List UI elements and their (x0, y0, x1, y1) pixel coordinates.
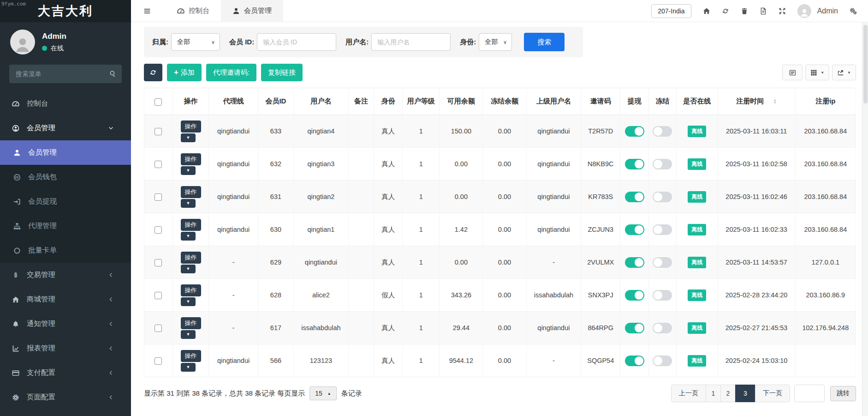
column-header[interactable]: 可用余额 (440, 88, 483, 115)
sidebar-item-member-manage[interactable]: 会员管理 (0, 140, 131, 165)
select-all-checkbox[interactable] (155, 98, 162, 106)
page-button-3[interactable]: 3 (735, 385, 755, 402)
freeze-toggle[interactable] (653, 356, 672, 366)
column-header[interactable]: 提现 (620, 88, 649, 115)
menu-search-input[interactable] (9, 65, 122, 83)
scrollbar-thumb[interactable] (863, 25, 868, 103)
withdraw-toggle[interactable] (625, 323, 644, 333)
withdraw-toggle[interactable] (625, 257, 644, 268)
freeze-toggle[interactable] (653, 224, 672, 235)
row-action-button[interactable]: 操作 (181, 186, 201, 198)
prev-page-button[interactable]: 上一页 (671, 385, 706, 402)
copy-link-button[interactable]: 复制链接 (261, 64, 303, 81)
column-header[interactable]: 代理线 (209, 88, 258, 115)
row-action-caret[interactable]: ▼ (181, 363, 196, 372)
row-action-button[interactable]: 操作 (181, 350, 201, 362)
row-action-button[interactable]: 操作 (181, 317, 201, 329)
home-icon[interactable] (703, 7, 710, 15)
sidebar-item-member-manage-group[interactable]: 会员管理 (0, 116, 131, 140)
member-id-input[interactable] (257, 33, 336, 51)
tab-member-manage[interactable]: 会员管理 (221, 0, 283, 22)
scrollbar[interactable] (862, 22, 868, 416)
row-action-caret[interactable]: ▼ (181, 199, 196, 208)
column-header[interactable]: 操作 (172, 88, 209, 115)
owner-select[interactable]: 全部 ∨ (171, 33, 220, 51)
row-checkbox[interactable] (155, 128, 162, 135)
row-checkbox[interactable] (155, 161, 162, 168)
export-button[interactable]: ▼ (832, 65, 856, 80)
refresh-table-button[interactable] (144, 64, 162, 81)
withdraw-toggle[interactable] (625, 159, 644, 169)
freeze-toggle[interactable] (653, 257, 672, 268)
row-action-button[interactable]: 操作 (181, 121, 201, 133)
row-action-caret[interactable]: ▼ (181, 166, 196, 175)
withdraw-toggle[interactable] (625, 192, 644, 202)
detail-view-button[interactable] (782, 65, 803, 80)
freeze-toggle[interactable] (653, 159, 672, 169)
sidebar-item-payment-config[interactable]: 支付配置 (0, 361, 131, 385)
column-header[interactable]: 用户名 (294, 88, 349, 115)
freeze-toggle[interactable] (653, 290, 672, 301)
next-page-button[interactable]: 下一页 (755, 385, 790, 402)
search-button[interactable]: 搜索 (524, 33, 565, 51)
refresh-icon[interactable] (722, 7, 729, 15)
sidebar-item-trade-manage[interactable]: 交易管理 (0, 263, 131, 287)
column-header[interactable]: 注册ip (795, 88, 856, 115)
withdraw-toggle[interactable] (625, 290, 644, 301)
sidebar-item-agent-manage[interactable]: 代理管理 (0, 214, 131, 238)
sidebar-item-mall-manage[interactable]: 商城管理 (0, 287, 131, 312)
sidebar-item-member-wallet[interactable]: 会员钱包 (0, 165, 131, 189)
row-action-button[interactable]: 操作 (181, 284, 201, 296)
row-checkbox[interactable] (155, 325, 162, 332)
sidebar-item-report-manage[interactable]: 报表管理 (0, 336, 131, 361)
column-header[interactable]: 用户等级 (403, 88, 440, 115)
row-checkbox[interactable] (155, 259, 162, 266)
row-checkbox[interactable] (155, 292, 162, 299)
column-header[interactable]: 冻结 (648, 88, 676, 115)
column-header[interactable]: 上级用户名 (526, 88, 581, 115)
row-checkbox[interactable] (155, 226, 162, 234)
agent-invite-code-button[interactable]: 代理邀请码: (206, 64, 256, 81)
row-checkbox[interactable] (155, 193, 162, 201)
sidebar-item-notice-manage[interactable]: 通知管理 (0, 312, 131, 336)
column-header[interactable]: 邀请码 (581, 88, 620, 115)
row-checkbox[interactable] (155, 357, 162, 365)
identity-select[interactable]: 全部 ∨ (479, 33, 512, 51)
sort-icon[interactable]: ▲▼ (773, 99, 777, 104)
column-header[interactable]: 身份 (374, 88, 403, 115)
row-action-caret[interactable]: ▼ (181, 297, 196, 306)
freeze-toggle[interactable] (653, 323, 672, 333)
column-header[interactable]: 备注 (348, 88, 374, 115)
trash-icon[interactable] (741, 7, 748, 15)
column-header[interactable]: 冻结余额 (483, 88, 526, 115)
row-action-button[interactable]: 操作 (181, 219, 201, 231)
page-button-2[interactable]: 2 (720, 385, 736, 402)
row-action-button[interactable]: 操作 (181, 252, 201, 264)
search-icon[interactable] (109, 70, 116, 79)
column-header[interactable]: 注册时间▲▼ (718, 88, 795, 115)
row-action-caret[interactable]: ▼ (181, 133, 196, 142)
column-header[interactable]: 会员ID (258, 88, 293, 115)
sidebar-item-dashboard[interactable]: 控制台 (0, 91, 131, 116)
sidebar-item-batch-card-order[interactable]: 批量卡单 (0, 238, 131, 263)
freeze-toggle[interactable] (653, 192, 672, 202)
navbar-avatar[interactable] (797, 4, 811, 18)
settings-cogs-icon[interactable] (850, 7, 857, 15)
fullscreen-icon[interactable] (779, 7, 786, 15)
tab-dashboard[interactable]: 控制台 (166, 0, 221, 22)
withdraw-toggle[interactable] (625, 356, 644, 366)
jump-page-input[interactable] (794, 385, 825, 402)
row-action-button[interactable]: 操作 (181, 153, 201, 165)
sidebar-item-page-config[interactable]: 页面配置 (0, 385, 131, 410)
page-size-select[interactable]: 15 ▲ (309, 386, 337, 400)
username-input[interactable] (371, 33, 451, 51)
row-action-caret[interactable]: ▼ (181, 265, 196, 273)
jump-button[interactable]: 跳转 (830, 386, 856, 401)
sidebar-item-member-withdraw[interactable]: 会员提现 (0, 189, 131, 214)
row-action-caret[interactable]: ▼ (181, 330, 196, 339)
region-button[interactable]: 207-India (651, 4, 691, 18)
row-action-caret[interactable]: ▼ (181, 232, 196, 241)
hamburger-icon[interactable] (143, 7, 151, 15)
add-member-button[interactable]: +添加 (167, 64, 202, 81)
withdraw-toggle[interactable] (625, 224, 644, 235)
